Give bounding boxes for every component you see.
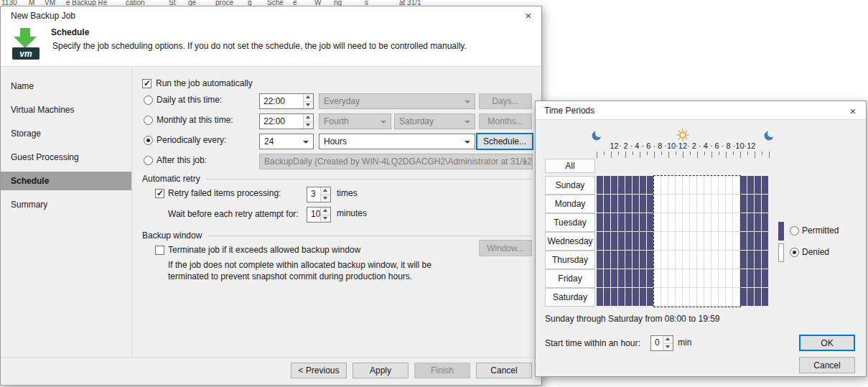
spinner-buttons[interactable] [303, 94, 313, 108]
time-cell-permitted[interactable] [611, 251, 618, 269]
time-cell-permitted[interactable] [747, 251, 755, 269]
time-cell-permitted[interactable] [625, 213, 633, 232]
spinner-buttons[interactable] [303, 114, 313, 129]
time-cell-permitted[interactable] [597, 195, 604, 213]
periodically-radio[interactable] [144, 136, 153, 145]
time-cell-permitted[interactable] [755, 213, 762, 232]
time-cell-permitted[interactable] [633, 176, 640, 195]
time-cell-permitted[interactable] [597, 176, 604, 195]
time-cell-permitted[interactable] [633, 213, 640, 232]
time-cell-permitted[interactable] [618, 251, 625, 269]
time-cell-permitted[interactable] [604, 288, 611, 307]
time-cell-permitted[interactable] [611, 288, 618, 307]
close-icon[interactable]: × [521, 9, 536, 22]
time-cell-permitted[interactable] [597, 232, 604, 251]
time-cell-permitted[interactable] [640, 176, 647, 195]
time-cell-permitted[interactable] [604, 213, 611, 232]
time-cell-permitted[interactable] [640, 195, 647, 213]
time-cell-permitted[interactable] [597, 288, 604, 307]
time-cell-permitted[interactable] [640, 213, 647, 232]
daily-radio[interactable] [144, 95, 153, 105]
spin-up-icon[interactable] [321, 187, 330, 195]
spinner-buttons[interactable] [320, 208, 330, 222]
time-cell-permitted[interactable] [755, 251, 762, 269]
spin-up-icon[interactable] [304, 114, 313, 121]
time-cell-permitted[interactable] [604, 195, 611, 213]
spinner-buttons[interactable] [663, 336, 673, 350]
retry-count-input[interactable]: 3 [307, 187, 331, 202]
time-cell-permitted[interactable] [740, 176, 747, 195]
close-icon[interactable]: × [846, 105, 860, 117]
sidebar-item-name[interactable]: Name [1, 77, 131, 95]
spin-down-icon[interactable] [321, 195, 330, 202]
previous-button[interactable]: < Previous [291, 363, 347, 378]
time-cell-permitted[interactable] [633, 195, 640, 213]
time-cell-permitted[interactable] [604, 269, 611, 288]
tp-cancel-button[interactable]: Cancel [799, 357, 855, 373]
day-button-sunday[interactable]: Sunday [545, 176, 595, 195]
time-cell-permitted[interactable] [625, 251, 633, 269]
spin-down-icon[interactable] [321, 215, 330, 223]
time-cell-permitted[interactable] [762, 251, 769, 269]
time-cell-permitted[interactable] [747, 213, 755, 232]
start-time-input[interactable]: 0 [650, 335, 673, 351]
schedule-button[interactable]: Schedule... [476, 133, 533, 150]
monthly-radio[interactable] [144, 116, 153, 125]
time-cell-permitted[interactable] [625, 232, 633, 251]
day-button-monday[interactable]: Monday [545, 195, 595, 213]
time-cell-permitted[interactable] [618, 232, 625, 251]
sidebar-item-virtual-machines[interactable]: Virtual Machines [1, 101, 131, 119]
time-cell-permitted[interactable] [640, 251, 647, 269]
time-cell-permitted[interactable] [625, 288, 633, 307]
sidebar-item-summary[interactable]: Summary [1, 195, 131, 214]
time-cell-permitted[interactable] [618, 176, 625, 195]
time-cell-permitted[interactable] [633, 288, 640, 307]
periodically-unit-select[interactable]: Hours [319, 134, 475, 149]
spin-up-icon[interactable] [304, 94, 313, 101]
spinner-buttons[interactable] [320, 187, 330, 202]
run-automatically-checkbox[interactable] [142, 79, 151, 88]
time-cell-permitted[interactable] [618, 269, 625, 288]
time-cell-permitted[interactable] [625, 195, 633, 213]
time-cell-permitted[interactable] [740, 251, 747, 269]
day-button-tuesday[interactable]: Tuesday [545, 213, 595, 232]
apply-button[interactable]: Apply [353, 363, 409, 378]
spin-up-icon[interactable] [321, 208, 330, 215]
retry-wait-input[interactable]: 10 [307, 207, 331, 223]
time-cell-permitted[interactable] [740, 195, 747, 213]
day-button-saturday[interactable]: Saturday [545, 288, 595, 307]
day-button-thursday[interactable]: Thursday [545, 251, 595, 269]
time-cell-permitted[interactable] [740, 213, 747, 232]
after-job-radio[interactable] [144, 156, 153, 165]
time-cell-permitted[interactable] [611, 195, 618, 213]
time-cell-permitted[interactable] [747, 288, 755, 307]
time-cell-permitted[interactable] [762, 213, 769, 232]
time-cell-permitted[interactable] [755, 176, 762, 195]
time-cell-permitted[interactable] [625, 269, 633, 288]
time-cell-permitted[interactable] [755, 269, 762, 288]
day-button-wednesday[interactable]: Wednesday [545, 232, 595, 251]
time-cell-permitted[interactable] [640, 288, 647, 307]
time-cell-permitted[interactable] [611, 176, 618, 195]
time-cell-permitted[interactable] [762, 288, 769, 307]
all-days-button[interactable]: All [545, 159, 595, 173]
cancel-button[interactable]: Cancel [476, 363, 532, 378]
time-cell-permitted[interactable] [611, 213, 618, 232]
time-cell-permitted[interactable] [611, 232, 618, 251]
time-cell-permitted[interactable] [740, 232, 747, 251]
time-cell-permitted[interactable] [747, 176, 755, 195]
periodically-value-select[interactable]: 24 [259, 134, 314, 149]
daily-time-input[interactable]: 22:00 [259, 93, 314, 109]
time-cell-permitted[interactable] [618, 288, 625, 307]
time-cell-permitted[interactable] [762, 176, 769, 195]
sidebar-item-guest-processing[interactable]: Guest Processing [1, 148, 131, 167]
spin-up-icon[interactable] [663, 336, 673, 343]
spin-down-icon[interactable] [663, 343, 673, 351]
time-cell-permitted[interactable] [640, 269, 647, 288]
time-cell-permitted[interactable] [597, 251, 604, 269]
spin-down-icon[interactable] [304, 101, 313, 109]
time-cell-permitted[interactable] [633, 232, 640, 251]
time-cell-permitted[interactable] [633, 269, 640, 288]
time-cell-permitted[interactable] [625, 176, 633, 195]
time-cell-permitted[interactable] [604, 176, 611, 195]
